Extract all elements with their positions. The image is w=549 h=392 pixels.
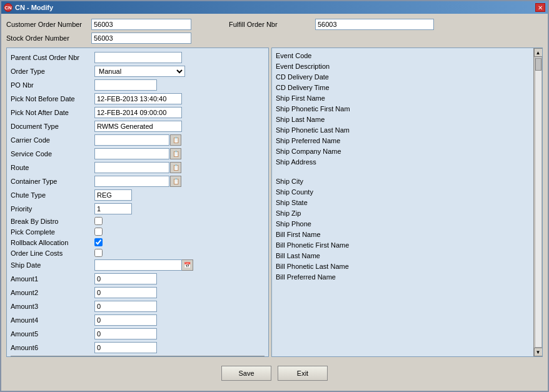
right-scrollbar: ▲ ▼: [533, 48, 542, 356]
right-scroll-area: Event CodeEvent DescriptionCD Delivery D…: [272, 48, 533, 356]
ship-date-field-group: 📅: [94, 259, 193, 271]
amount1-input[interactable]: [94, 273, 157, 284]
amount2-row: Amount2: [11, 287, 264, 298]
amount6-label: Amount6: [11, 344, 92, 351]
right-panel-item: Ship Phonetic First Nam: [276, 104, 530, 114]
priority-input[interactable]: [94, 203, 132, 214]
pick-not-before-input[interactable]: [94, 93, 182, 104]
pick-not-after-row: Pick Not After Date: [11, 107, 264, 118]
fulfill-order-input[interactable]: [315, 19, 434, 30]
chute-type-row: Chute Type: [11, 189, 264, 201]
amount5-input[interactable]: [94, 328, 157, 339]
right-panel-item: Ship Phonetic Last Nam: [276, 125, 530, 136]
document-type-input[interactable]: [94, 121, 182, 132]
right-panel-item: Bill Phonetic Last Name: [276, 261, 530, 272]
break-by-distro-label: Break By Distro: [11, 218, 92, 225]
container-type-row: Container Type 📋: [11, 176, 264, 187]
main-window: CN CN - Modify ✕ Customer Order Number S…: [0, 0, 549, 392]
right-panel-item: Ship State: [276, 198, 530, 208]
right-panel-item: Ship Address: [276, 157, 530, 168]
route-field-group: 📋: [94, 162, 181, 173]
pick-complete-checkbox[interactable]: [94, 228, 103, 236]
route-input[interactable]: [94, 162, 169, 173]
document-type-row: Document Type: [11, 121, 264, 132]
po-nbr-row: PO Nbr: [11, 79, 264, 91]
right-panel-item: Bill Last Name: [276, 251, 530, 261]
ship-date-calendar-button[interactable]: 📅: [182, 259, 193, 271]
ship-date-row: Ship Date 📅: [11, 259, 264, 271]
parent-cust-order-label: Parent Cust Order Nbr: [11, 54, 92, 61]
pick-complete-row: Pick Complete: [11, 228, 264, 236]
pick-not-after-label: Pick Not After Date: [11, 109, 92, 116]
ship-date-input[interactable]: [94, 259, 182, 271]
parent-cust-order-input[interactable]: [94, 52, 182, 63]
carrier-code-lookup-button[interactable]: 📋: [170, 134, 181, 146]
main-panel: Parent Cust Order Nbr Order Type Manual …: [6, 48, 543, 357]
customer-order-label: Customer Order Number: [6, 21, 88, 28]
close-button[interactable]: ✕: [535, 3, 545, 12]
v-scroll-track[interactable]: [535, 57, 542, 348]
horizontal-scrollbar: ◀ ▶: [11, 356, 264, 357]
amount4-input[interactable]: [94, 314, 157, 326]
priority-row: Priority: [11, 203, 264, 214]
service-code-field-group: 📋: [94, 148, 181, 159]
service-code-lookup-button[interactable]: 📋: [170, 148, 181, 159]
right-panel-item: CD Delivery Time: [276, 83, 530, 93]
order-line-costs-row: Order Line Costs: [11, 249, 264, 257]
amount2-input[interactable]: [94, 287, 157, 298]
right-panel-item: Ship Preferred Name: [276, 136, 530, 146]
right-panel-item: Event Code: [276, 51, 530, 61]
po-nbr-input[interactable]: [94, 79, 157, 91]
customer-order-row: Customer Order Number: [6, 19, 191, 30]
break-by-distro-checkbox[interactable]: [94, 217, 103, 225]
stock-order-row: Stock Order Number: [6, 33, 191, 44]
stock-order-label: Stock Order Number: [6, 34, 88, 42]
right-panel-item: Ship Phone: [276, 219, 530, 229]
amount3-input[interactable]: [94, 301, 157, 312]
carrier-code-field-group: 📋: [94, 134, 181, 146]
chute-type-input[interactable]: [94, 189, 132, 201]
right-panel-item: Ship City: [276, 176, 530, 187]
pick-not-before-row: Pick Not Before Date: [11, 93, 264, 104]
amount5-label: Amount5: [11, 330, 92, 338]
route-label: Route: [11, 164, 92, 171]
left-panel: Parent Cust Order Nbr Order Type Manual …: [6, 48, 269, 357]
order-line-costs-checkbox[interactable]: [94, 249, 103, 257]
amount3-label: Amount3: [11, 303, 92, 310]
right-panel-item: Ship First Name: [276, 93, 530, 104]
customer-order-input[interactable]: [91, 19, 191, 30]
right-panel: Event CodeEvent DescriptionCD Delivery D…: [271, 48, 543, 357]
container-type-input[interactable]: [94, 176, 169, 187]
amount3-row: Amount3: [11, 301, 264, 312]
pick-not-before-label: Pick Not Before Date: [11, 95, 92, 103]
ship-date-label: Ship Date: [11, 261, 92, 269]
order-type-label: Order Type: [11, 68, 92, 75]
window-title: CN - Modify: [15, 4, 53, 11]
service-code-input[interactable]: [94, 148, 169, 159]
title-bar-left: CN CN - Modify: [4, 3, 53, 12]
pick-not-after-input[interactable]: [94, 107, 182, 118]
exit-button[interactable]: Exit: [278, 366, 328, 381]
stock-order-input[interactable]: [91, 33, 191, 44]
scroll-up-arrow[interactable]: ▲: [534, 48, 543, 57]
rollback-allocation-checkbox[interactable]: [94, 238, 103, 246]
window-icon: CN: [4, 3, 13, 12]
amount1-label: Amount1: [11, 275, 92, 283]
break-by-distro-row: Break By Distro: [11, 217, 264, 225]
order-line-costs-label: Order Line Costs: [11, 249, 92, 257]
route-lookup-button[interactable]: 📋: [170, 162, 181, 173]
amount6-input[interactable]: [94, 342, 157, 353]
scroll-down-arrow[interactable]: ▼: [534, 348, 543, 356]
v-scroll-thumb: [535, 58, 541, 71]
order-type-select[interactable]: Manual Auto: [94, 66, 185, 77]
priority-label: Priority: [11, 205, 92, 213]
route-row: Route 📋: [11, 162, 264, 173]
bottom-bar: Save Exit: [6, 361, 543, 386]
save-button[interactable]: Save: [221, 366, 271, 381]
amount5-row: Amount5: [11, 328, 264, 339]
top-left-fields: Customer Order Number Stock Order Number: [6, 19, 191, 44]
right-panel-item: Ship Company Name: [276, 146, 530, 157]
container-type-lookup-button[interactable]: 📋: [170, 176, 181, 187]
amount6-row: Amount6: [11, 342, 264, 353]
carrier-code-input[interactable]: [94, 134, 169, 146]
